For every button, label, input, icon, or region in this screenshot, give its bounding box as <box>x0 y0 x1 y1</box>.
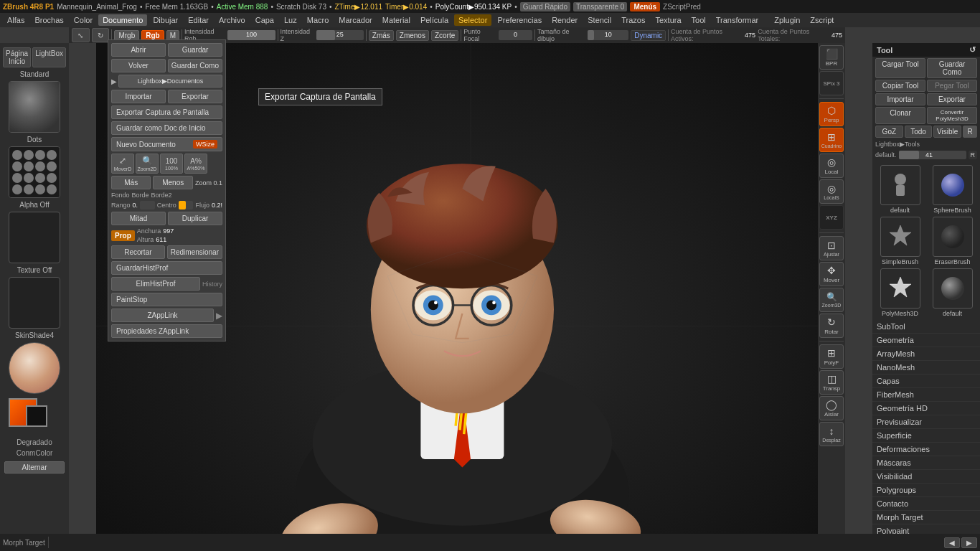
transp-btn[interactable]: ◫ Transp <box>819 370 844 395</box>
menu-pelicula[interactable]: Película <box>416 14 453 26</box>
centro-slider[interactable] <box>179 201 194 209</box>
rotar-btn[interactable]: ↻ <box>92 28 110 42</box>
guardar-doc-inicio-btn[interactable]: Guardar como Doc de Inicio <box>111 121 222 135</box>
brush-simple-thumb[interactable] <box>880 217 920 257</box>
menu-zplugin[interactable]: Zplugin <box>770 14 804 26</box>
zoom3d-btn[interactable]: 🔍 Zoom3D <box>819 288 844 312</box>
prop-badge[interactable]: Prop <box>111 230 135 241</box>
mitad-btn[interactable]: Mitad <box>111 212 166 225</box>
dots-brush-thumb[interactable] <box>9 146 60 198</box>
menu-material[interactable]: Material <box>378 14 415 26</box>
copiar-tool-btn[interactable]: Copiar Tool <box>875 80 925 92</box>
xyz-btn[interactable]: XYZ <box>819 205 844 230</box>
geometria-item[interactable]: Geometría <box>872 334 980 347</box>
standard-brush-thumb[interactable] <box>9 81 60 133</box>
rango-slider[interactable] <box>140 201 155 209</box>
visible-btn[interactable]: Visible <box>933 126 961 138</box>
polygroups-item[interactable]: Polygroups <box>872 484 980 497</box>
menu-textura[interactable]: Textura <box>651 14 685 26</box>
intensity-z-slider[interactable]: 25 <box>316 30 364 40</box>
texture-thumb[interactable] <box>9 277 60 329</box>
deformaciones-item[interactable]: Deformaciones <box>872 443 980 456</box>
pegar-tool-btn[interactable]: Pegar Tool <box>927 80 977 92</box>
escalar-btn[interactable]: ⤡ <box>72 28 90 42</box>
polyf-btn[interactable]: ⊞ PolyF <box>819 344 844 369</box>
convertir-btn[interactable]: Convertir PolyMesh3D <box>927 107 977 124</box>
cuadrino-btn[interactable]: ⊞ Cuadrino <box>819 128 844 152</box>
goz-btn[interactable]: GoZ <box>875 126 903 138</box>
punto-focal-slider[interactable]: 0 <box>499 30 532 40</box>
menu-brochas[interactable]: Brochas <box>30 14 67 26</box>
menu-luz[interactable]: Luz <box>280 14 301 26</box>
prev-btn[interactable]: ◀ <box>944 537 960 548</box>
menu-stencil[interactable]: Stencil <box>583 14 616 26</box>
menu-documento[interactable]: Documento <box>98 14 147 26</box>
importar-tool-btn[interactable]: Importar <box>875 93 925 105</box>
tamaño-dibujo-slider[interactable]: 10 <box>588 30 628 40</box>
mover-btn[interactable]: ✥ Mover <box>819 262 844 286</box>
secondary-color-swatch[interactable] <box>26 405 47 427</box>
rotar-view-btn[interactable]: ↻ Rotar <box>819 314 844 338</box>
contacto-item[interactable]: Contacto <box>872 497 980 511</box>
menus-btn[interactable]: Menús <box>630 2 660 11</box>
menu-transformar[interactable]: Transformar <box>712 14 763 26</box>
brush-polymesh-thumb[interactable] <box>880 268 920 309</box>
lightbox-docs-btn[interactable]: Lightbox▶Documentos <box>118 75 222 88</box>
guard-rapido-btn[interactable]: Guard Rápido <box>520 2 570 11</box>
ajustar-btn[interactable]: ⊡ Ajustar <box>819 236 844 260</box>
mascaras-item[interactable]: Máscaras <box>872 456 980 470</box>
dynamic-btn[interactable]: Dynamic <box>631 30 666 41</box>
volver-btn[interactable]: Volver <box>111 59 166 72</box>
brush-eraser-thumb[interactable] <box>933 217 973 257</box>
menu-marcador[interactable]: Marcador <box>334 14 376 26</box>
skin-thumb[interactable] <box>9 342 60 394</box>
alpha-thumb[interactable] <box>9 212 60 263</box>
superficie-item[interactable]: Superficie <box>872 429 980 443</box>
brush-default2-thumb[interactable] <box>933 268 973 309</box>
clonar-btn[interactable]: Clonar <box>875 107 925 124</box>
alternar-btn[interactable]: Alternar <box>4 461 65 474</box>
exportar-btn[interactable]: Exportar <box>168 90 222 103</box>
mas-btn[interactable]: Más <box>111 176 151 189</box>
duplicar-btn[interactable]: Duplicar <box>168 212 222 225</box>
intensity-rgb-slider[interactable]: 100 <box>227 30 275 40</box>
brush-default-thumb[interactable] <box>880 165 920 205</box>
guardar-hist-prof-btn[interactable]: GuardarHistProf <box>111 261 222 275</box>
cargar-tool-btn[interactable]: Cargar Tool <box>875 58 925 78</box>
zmás-btn[interactable]: Zmás <box>369 30 394 41</box>
guardar-btn[interactable]: Guardar <box>168 43 222 57</box>
tab-lightbox[interactable]: LightBox <box>32 47 66 67</box>
zcorte-btn[interactable]: Zcorte <box>431 30 458 41</box>
brush-sphere-thumb[interactable] <box>933 165 973 205</box>
r-label[interactable]: R <box>969 151 978 159</box>
zoom100-btn[interactable]: 100 100% <box>160 154 183 174</box>
persp-btn[interactable]: ⬡ Persp <box>819 102 844 126</box>
menu-trazos[interactable]: Trazos <box>617 14 649 26</box>
r-btn[interactable]: R <box>963 126 977 138</box>
menu-zscript[interactable]: Zscript <box>806 14 838 26</box>
recortar-btn[interactable]: Recortar <box>111 245 165 259</box>
spix-btn[interactable]: SPix 3 <box>819 71 844 95</box>
menu-tool[interactable]: Tool <box>687 14 710 26</box>
menos-btn[interactable]: Menos <box>153 176 192 189</box>
exportar-captura-btn[interactable]: Exportar Captura de Pantalla <box>111 105 222 119</box>
menu-preferencias[interactable]: Preferencias <box>493 14 546 26</box>
zmenos-btn[interactable]: Zmenos <box>396 30 429 41</box>
menu-selector[interactable]: Selector <box>454 14 491 26</box>
visibilidad-item[interactable]: Visibilidad <box>872 470 980 484</box>
zapplink-btn[interactable]: ZAppLink <box>111 309 214 322</box>
arraymesh-item[interactable]: ArrayMesh <box>872 347 980 361</box>
default-slider[interactable]: 41 <box>899 151 966 159</box>
elim-hist-prof-btn[interactable]: ElimHistProf <box>111 277 200 291</box>
menu-color[interactable]: Color <box>70 14 97 26</box>
aislar-btn[interactable]: ◯ Aislar <box>819 396 844 420</box>
todo-btn[interactable]: Todo <box>905 126 933 138</box>
zoom2d-btn[interactable]: 🔍 Zoom2D <box>136 154 159 174</box>
menu-editar[interactable]: Editar <box>184 14 213 26</box>
guardar-como-btn[interactable]: Guardar Como <box>168 59 222 72</box>
previsualizar-item[interactable]: Previsualizar <box>872 415 980 429</box>
tab-pagina-inicio[interactable]: Página Inicio <box>3 47 31 67</box>
importar-btn[interactable]: Importar <box>111 90 166 103</box>
menu-capa[interactable]: Capa <box>251 14 278 26</box>
redimensionar-btn[interactable]: Redimensionar <box>167 245 222 259</box>
